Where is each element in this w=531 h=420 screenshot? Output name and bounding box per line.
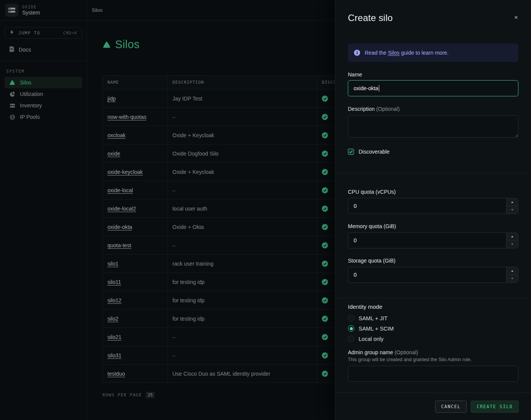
info-icon: i — [354, 50, 360, 56]
arrow-up-icon — [511, 270, 513, 272]
name-label: Name — [348, 71, 518, 78]
arrow-up-icon — [511, 201, 513, 203]
increment-button[interactable] — [507, 267, 518, 275]
cpu-quota-label: CPU quota (vCPUs) — [348, 189, 518, 195]
close-icon[interactable]: × — [513, 13, 519, 21]
name-input[interactable]: oxide-okta — [348, 80, 518, 96]
increment-button[interactable] — [507, 198, 518, 206]
radio-selected-icon[interactable] — [348, 325, 354, 332]
admin-group-input[interactable] — [348, 366, 518, 382]
drawer-title: Create silo — [348, 13, 393, 23]
arrow-down-icon — [511, 278, 513, 279]
identity-mode-group: SAML + JITSAML + SCIMLocal only — [348, 313, 518, 344]
arrow-up-icon — [511, 236, 513, 237]
memory-quota-input[interactable]: 0 — [348, 232, 518, 248]
checkbox-checked-icon[interactable] — [348, 149, 354, 155]
radio-option-saml-jit[interactable]: SAML + JIT — [348, 313, 518, 323]
create-silo-button[interactable]: CREATE SILO — [471, 401, 519, 413]
admin-group-help: This group will be created and granted t… — [348, 357, 518, 362]
memory-quota-label: Memory quota (GiB) — [348, 223, 518, 229]
info-banner: i Read the Silos guide to learn more. — [348, 44, 518, 62]
drawer-header: Create silo × — [335, 0, 531, 23]
decrement-button[interactable] — [507, 275, 518, 283]
discoverable-checkbox-row[interactable]: Discoverable — [348, 149, 518, 155]
radio-option-local-only[interactable]: Local only — [348, 334, 518, 344]
description-input[interactable] — [348, 115, 518, 138]
silos-guide-link[interactable]: Silos — [388, 50, 399, 56]
admin-group-label: Admin group name (Optional) — [348, 349, 518, 355]
cancel-button[interactable]: CANCEL — [435, 401, 467, 413]
drawer-body: i Read the Silos guide to learn more. Na… — [335, 23, 531, 392]
memory-quota-spinner — [506, 233, 518, 248]
text-cursor — [379, 85, 380, 92]
radio-label: SAML + SCIM — [359, 326, 394, 332]
radio-icon[interactable] — [348, 315, 354, 321]
increment-button[interactable] — [507, 233, 518, 241]
storage-quota-spinner — [506, 267, 518, 282]
radio-option-saml-scim[interactable]: SAML + SCIM — [348, 323, 518, 334]
decrement-button[interactable] — [507, 206, 518, 214]
radio-icon[interactable] — [348, 336, 354, 342]
identity-mode-label: Identity mode — [348, 303, 518, 310]
radio-label: SAML + JIT — [359, 315, 388, 321]
description-label: Description (Optional) — [348, 106, 518, 112]
app-root: OXIDE System JUMP TO CMD+K Docs SYSTEM S… — [0, 0, 531, 420]
decrement-button[interactable] — [507, 241, 518, 248]
storage-quota-input[interactable]: 0 — [348, 267, 518, 283]
drawer-footer: CANCEL CREATE SILO — [335, 392, 531, 420]
arrow-down-icon — [511, 243, 513, 245]
divider — [335, 173, 531, 174]
banner-text: Read the Silos guide to learn more. — [365, 50, 448, 56]
radio-label: Local only — [359, 336, 383, 342]
discoverable-label: Discoverable — [359, 149, 390, 155]
create-silo-drawer: Create silo × i Read the Silos guide to … — [335, 0, 531, 420]
arrow-down-icon — [511, 209, 513, 211]
cpu-quota-input[interactable]: 0 — [348, 198, 518, 214]
cpu-quota-spinner — [506, 198, 518, 214]
storage-quota-label: Storage quota (GiB) — [348, 258, 518, 264]
divider — [335, 298, 531, 298]
